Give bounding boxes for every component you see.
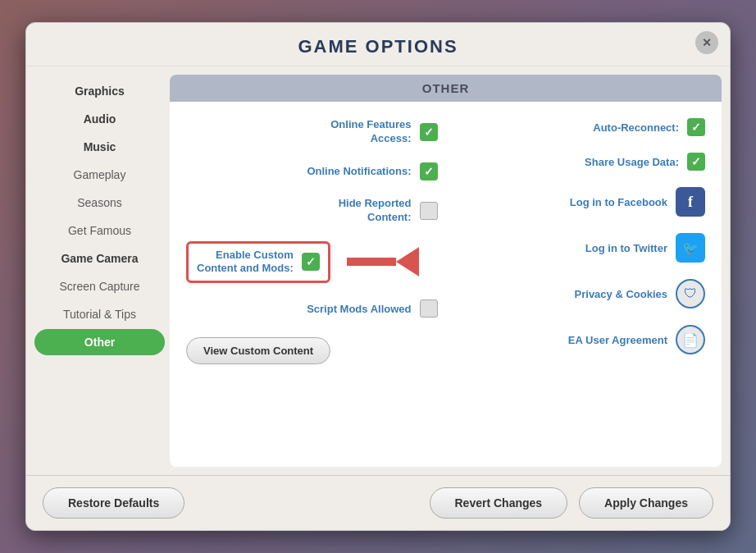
close-button[interactable]: ✕ (695, 31, 718, 54)
privacy-label: Privacy & Cookies (575, 288, 667, 300)
sidebar-item-other[interactable]: Other (34, 329, 165, 355)
facebook-label: Log in to Facebook (570, 196, 667, 208)
share-usage-label: Share Usage Data: (585, 156, 679, 168)
sidebar-item-get-famous[interactable]: Get Famous (34, 217, 165, 244)
privacy-row: Privacy & Cookies 🛡 (454, 279, 706, 308)
hide-reported-checkbox[interactable] (420, 202, 438, 220)
hide-reported-row: Hide ReportedContent: (186, 197, 438, 225)
arrow-head (396, 247, 419, 276)
modal-footer: Restore Defaults Revert Changes Apply Ch… (26, 475, 730, 530)
online-features-label: Online FeaturesAccess: (330, 118, 411, 146)
sidebar-item-seasons[interactable]: Seasons (34, 190, 165, 216)
sidebar: Graphics Audio Music Gameplay Seasons Ge… (34, 75, 170, 467)
enable-custom-row: Enable CustomContent and Mods: ✓ (186, 241, 330, 284)
enable-custom-container: Enable CustomContent and Mods: ✓ (186, 241, 438, 284)
view-custom-container: View Custom Content (186, 337, 438, 364)
content-panel: Other Online FeaturesAccess: ✓ (170, 75, 722, 467)
auto-reconnect-row: Auto-Reconnect: ✓ (454, 118, 706, 136)
modal-header: Game Options ✕ (26, 23, 730, 66)
sidebar-item-game-camera[interactable]: Game Camera (34, 245, 165, 272)
auto-reconnect-label: Auto-Reconnect: (593, 121, 679, 134)
script-mods-row: Script Mods Allowed (186, 299, 438, 318)
right-column: Auto-Reconnect: ✓ Share Usage Data: ✓ Lo… (454, 118, 706, 450)
sidebar-item-audio[interactable]: Audio (34, 106, 165, 132)
online-features-row: Online FeaturesAccess: ✓ (186, 118, 438, 146)
modal-title: Game Options (298, 36, 458, 57)
twitter-icon[interactable]: 🐦 (676, 233, 705, 263)
section-header: Other (170, 75, 722, 102)
hide-reported-label: Hide ReportedContent: (339, 197, 412, 225)
modal-body: Graphics Audio Music Gameplay Seasons Ge… (26, 66, 730, 475)
restore-defaults-button[interactable]: Restore Defaults (43, 487, 184, 519)
online-notifications-label: Online Notifications: (307, 165, 411, 177)
share-usage-row: Share Usage Data: ✓ (454, 153, 706, 171)
privacy-icon[interactable]: 🛡 (676, 279, 705, 308)
online-notifications-row: Online Notifications: ✓ (186, 162, 438, 181)
sidebar-item-graphics[interactable]: Graphics (34, 78, 165, 104)
twitter-label: Log in to Twitter (585, 242, 667, 254)
arrow-indicator (347, 247, 419, 276)
left-column: Online FeaturesAccess: ✓ Online Notifica… (186, 118, 438, 450)
modal-overlay: Game Options ✕ Graphics Audio Music Game… (0, 0, 756, 553)
script-mods-label: Script Mods Allowed (307, 303, 411, 315)
auto-reconnect-checkbox[interactable]: ✓ (687, 118, 705, 136)
agreement-row: EA User Agreement 📄 (454, 325, 706, 354)
twitter-row: Log in to Twitter 🐦 (454, 233, 706, 263)
share-usage-checkbox[interactable]: ✓ (687, 153, 705, 171)
facebook-icon[interactable]: f (676, 187, 705, 217)
online-notifications-checkbox[interactable]: ✓ (420, 162, 438, 181)
arrow-body (347, 258, 396, 266)
facebook-row: Log in to Facebook f (454, 187, 706, 217)
agreement-icon[interactable]: 📄 (676, 325, 705, 354)
game-options-modal: Game Options ✕ Graphics Audio Music Game… (25, 22, 731, 531)
content-body: Online FeaturesAccess: ✓ Online Notifica… (170, 102, 722, 467)
revert-changes-button[interactable]: Revert Changes (430, 487, 568, 519)
script-mods-checkbox[interactable] (420, 299, 438, 318)
enable-custom-label: Enable CustomContent and Mods: (197, 249, 294, 276)
sidebar-item-music[interactable]: Music (34, 134, 165, 160)
sidebar-item-gameplay[interactable]: Gameplay (34, 162, 165, 188)
sidebar-item-tutorial-tips[interactable]: Tutorial & Tips (34, 301, 165, 327)
view-custom-button[interactable]: View Custom Content (186, 337, 330, 364)
apply-changes-button[interactable]: Apply Changes (579, 487, 713, 519)
sidebar-item-screen-capture[interactable]: Screen Capture (34, 273, 165, 299)
enable-custom-checkbox[interactable]: ✓ (302, 253, 320, 271)
footer-right-buttons: Revert Changes Apply Changes (430, 487, 714, 519)
online-features-checkbox[interactable]: ✓ (420, 123, 438, 141)
agreement-label: EA User Agreement (568, 334, 667, 346)
